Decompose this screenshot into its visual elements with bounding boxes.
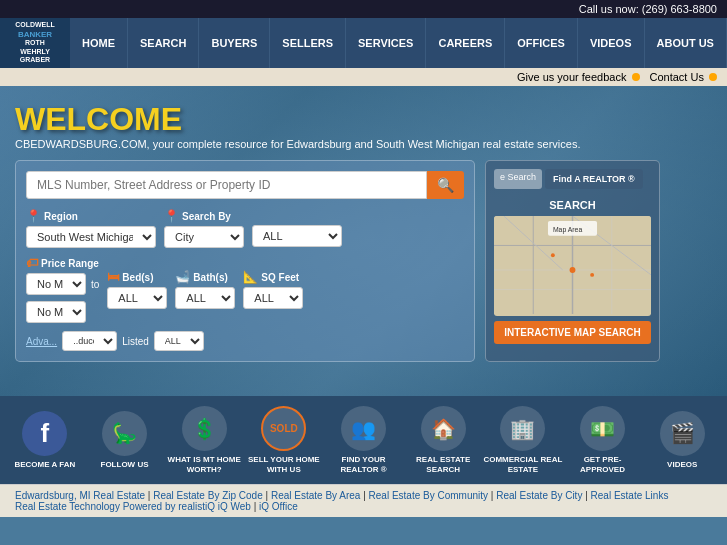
sqft-select[interactable]: ALL (243, 287, 303, 309)
baths-label: 🛁 Bath(s) (175, 270, 235, 284)
search-input[interactable] (26, 171, 427, 199)
map-svg: Map Area (494, 216, 651, 314)
region-icon: 📍 (26, 209, 41, 223)
icon-sold[interactable]: SOLD SELL YOUR HOME WITH US (244, 406, 324, 474)
sqft-icon: 📐 (243, 270, 258, 284)
searchby-select[interactable]: City (164, 226, 244, 248)
videos-label: VIDEOS (667, 460, 697, 470)
search-button[interactable]: 🔍 (427, 171, 464, 199)
secondary-nav: Give us your feedback Contact Us (0, 68, 727, 86)
icon-real-estate[interactable]: 🏠 REAL ESTATE SEARCH (403, 406, 483, 474)
icon-realtor[interactable]: 👥 FIND YOUR REALTOR ® (324, 406, 404, 474)
icon-home-worth[interactable]: 💲 WHAT IS MT HOME WORTH? (164, 406, 244, 474)
contact-link[interactable]: Contact Us (650, 71, 717, 83)
nav-about[interactable]: ABOUT US (645, 18, 727, 68)
price-min-select[interactable]: No Min (26, 273, 86, 295)
price-max-select[interactable]: No Ma (26, 301, 86, 323)
left-panel: 🔍 📍 Region South West Michigan 📍 (15, 160, 475, 362)
nav-buyers[interactable]: BUYERS (199, 18, 270, 68)
nav-home[interactable]: HOME (70, 18, 128, 68)
searchby-group: 📍 Search By City (164, 209, 244, 248)
sold-icon: SOLD (261, 406, 306, 451)
region-select[interactable]: South West Michigan (26, 226, 156, 248)
footer-link-6[interactable]: Real Estate Links (591, 490, 669, 501)
twitter-label: FOLLOW US (101, 460, 149, 470)
nav-services[interactable]: SERVICES (346, 18, 426, 68)
nav-careers[interactable]: CAREERS (426, 18, 505, 68)
all-select[interactable]: ALL (252, 225, 342, 247)
footer-link-1[interactable]: Edwardsburg, MI Real Estate (15, 490, 145, 501)
advanced-link[interactable]: Adva... (26, 336, 57, 347)
all-group: x ALL (252, 211, 342, 247)
icon-twitter[interactable]: 🦕 FOLLOW US (85, 411, 165, 470)
tab-search[interactable]: e Search (494, 169, 542, 189)
price-to: to (91, 279, 99, 290)
footer-link-7[interactable]: Real Estate Technology Powered by realis… (15, 501, 251, 512)
search-tabs: e Search Find A REALTOR ® (494, 169, 651, 189)
price-group: 🏷 Price Range No Min to No Ma (26, 256, 99, 323)
contact-dot (709, 73, 717, 81)
nav-sellers[interactable]: SELLERS (270, 18, 346, 68)
search-container: 🔍 📍 Region South West Michigan 📍 (15, 160, 712, 362)
feedback-link[interactable]: Give us your feedback (517, 71, 640, 83)
right-panel-title: SEARCH (494, 199, 651, 211)
logo[interactable]: COLDWELL BANKER ROTH WEHRLY GRABER (0, 18, 70, 68)
nav-offices[interactable]: OFFICES (505, 18, 578, 68)
home-worth-icon: 💲 (182, 406, 227, 451)
icon-facebook[interactable]: f BECOME A FAN (5, 411, 85, 470)
icon-videos[interactable]: 🎬 VIDEOS (642, 411, 722, 470)
nav-items: HOME SEARCH BUYERS SELLERS SERVICES CARE… (70, 18, 727, 68)
icon-commercial[interactable]: 🏢 COMMERCIAL REAL ESTATE (483, 406, 563, 474)
beds-select[interactable]: ALL (107, 287, 167, 309)
approved-icon: 💵 (580, 406, 625, 451)
listed-label: Listed (122, 336, 149, 347)
beds-label: 🛏 Bed(s) (107, 270, 167, 284)
commercial-label: COMMERCIAL REAL ESTATE (483, 455, 563, 474)
real-estate-label: REAL ESTATE SEARCH (403, 455, 483, 474)
hero-section: WELCOME CBEDWARDSBURG.COM, your complete… (0, 86, 727, 396)
home-worth-label: WHAT IS MT HOME WORTH? (164, 455, 244, 474)
beds-icon: 🛏 (107, 270, 119, 284)
videos-icon: 🎬 (660, 411, 705, 456)
baths-select[interactable]: ALL (175, 287, 235, 309)
realtor-icon: 👥 (341, 406, 386, 451)
facebook-label: BECOME A FAN (14, 460, 75, 470)
reduced-select[interactable]: ..duced (62, 331, 117, 351)
region-group: 📍 Region South West Michigan (26, 209, 156, 248)
icon-approved[interactable]: 💵 GET PRE-APPROVED (563, 406, 643, 474)
interactive-map-button[interactable]: INTERACTIVE MAP SEARCH (494, 321, 651, 344)
find-realtor-tab[interactable]: Find A REALTOR ® (545, 169, 643, 189)
baths-icon: 🛁 (175, 270, 190, 284)
map-thumbnail[interactable]: Map Area (494, 216, 651, 316)
approved-label: GET PRE-APPROVED (563, 455, 643, 474)
commercial-icon: 🏢 (500, 406, 545, 451)
footer-link-5[interactable]: Real Estate By City (496, 490, 582, 501)
nav-videos[interactable]: VIDEOS (578, 18, 645, 68)
sold-label: SELL YOUR HOME WITH US (244, 455, 324, 474)
svg-point-9 (570, 267, 576, 273)
search-bar: 🔍 (26, 171, 464, 199)
sqft-label: 📐 SQ Feet (243, 270, 303, 284)
price-icon: 🏷 (26, 256, 38, 270)
listed-select[interactable]: ALL (154, 331, 204, 351)
footer-link-3[interactable]: Real Estate By Area (271, 490, 361, 501)
main-nav: COLDWELL BANKER ROTH WEHRLY GRABER HOME … (0, 18, 727, 68)
footer: Edwardsburg, MI Real Estate | Real Estat… (0, 484, 727, 517)
phone-number: Call us now: (269) 663-8800 (579, 3, 717, 15)
real-estate-icon: 🏠 (421, 406, 466, 451)
facebook-icon: f (22, 411, 67, 456)
searchby-label: 📍 Search By (164, 209, 244, 223)
footer-link-2[interactable]: Real Estate By Zip Code (153, 490, 263, 501)
realtor-label: FIND YOUR REALTOR ® (324, 455, 404, 474)
footer-link-8[interactable]: iQ Office (259, 501, 298, 512)
footer-link-4[interactable]: Real Estate By Community (369, 490, 489, 501)
svg-point-11 (590, 273, 594, 277)
right-panel: e Search Find A REALTOR ® SEARCH (485, 160, 660, 362)
welcome-title: WELCOME (15, 101, 712, 138)
nav-search[interactable]: SEARCH (128, 18, 199, 68)
price-label: 🏷 Price Range (26, 256, 99, 270)
filter-row-2: 🏷 Price Range No Min to No Ma (26, 256, 464, 323)
baths-group: 🛁 Bath(s) ALL (175, 270, 235, 309)
searchby-icon: 📍 (164, 209, 179, 223)
region-label: 📍 Region (26, 209, 156, 223)
